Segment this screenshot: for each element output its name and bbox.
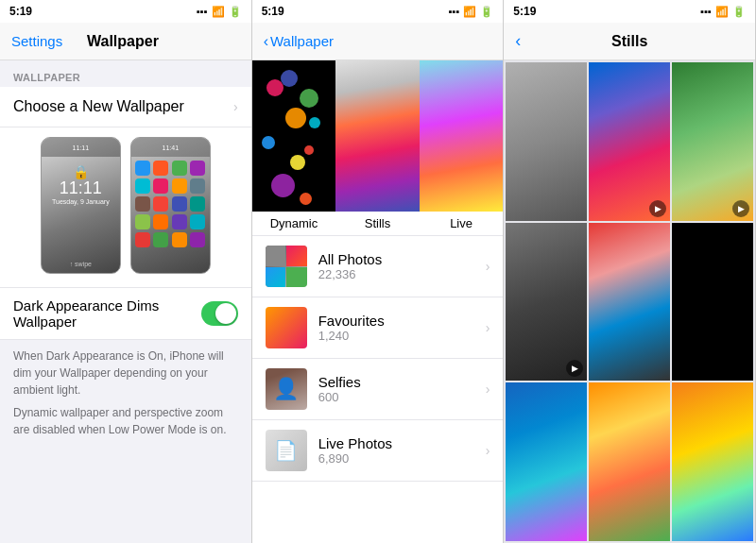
album-count-live: 6,890 <box>318 451 486 466</box>
nav-bar-1: Settings Wallpaper <box>0 23 251 60</box>
still-cell-9[interactable] <box>672 382 753 541</box>
live-category[interactable] <box>420 60 504 212</box>
info-text-area: When Dark Appearance is On, iPhone will … <box>0 340 251 451</box>
chevron-right-icon: › <box>233 99 238 114</box>
home-screen-preview[interactable]: 11:41 <box>130 137 211 274</box>
lock-icon: 🔒 <box>73 164 89 179</box>
album-name-all: All Photos <box>318 251 486 267</box>
time-3: 5:19 <box>513 5 536 18</box>
album-info-live: Live Photos 6,890 <box>318 435 486 466</box>
nav-title-3: Stills <box>515 33 744 50</box>
still-cell-4[interactable]: ▶ <box>506 223 587 382</box>
back-button-2[interactable]: ‹ Wallpaper <box>264 33 334 50</box>
album-info-all: All Photos 22,336 <box>318 251 486 281</box>
album-info-selfies: Selfies 600 <box>318 374 486 404</box>
battery-icon: 🔋 <box>229 6 242 18</box>
wifi-icon: 📶 <box>212 6 225 18</box>
info-text-1: When Dark Appearance is On, iPhone will … <box>13 348 238 399</box>
album-thumb-live: 📄 <box>266 430 307 471</box>
still-badge-3: ▶ <box>732 200 749 217</box>
still-cell-5[interactable] <box>589 223 670 382</box>
back-button-3[interactable]: ‹ <box>515 31 521 51</box>
album-count-selfies: 600 <box>318 390 486 404</box>
time-2: 5:19 <box>262 5 284 18</box>
stills-label[interactable]: Stills <box>335 212 420 235</box>
chevron-left-icon-3: ‹ <box>515 31 521 51</box>
still-cell-8[interactable] <box>589 382 670 541</box>
wifi-icon-2: 📶 <box>463 6 476 18</box>
still-badge-4: ▶ <box>566 360 583 377</box>
album-name-selfies: Selfies <box>318 374 486 390</box>
nav-bar-3: ‹ Stills <box>504 23 755 60</box>
status-icons-3: ▪▪▪ 📶 🔋 <box>700 6 746 18</box>
lock-screen-preview[interactable]: 11:11 🔒 11:11 Tuesday, 9 January ↑ swipe <box>41 137 121 274</box>
signal-icon-3: ▪▪▪ <box>700 6 712 17</box>
phone-top-bar-home: 11:41 <box>131 138 210 157</box>
chevron-live: › <box>486 443 490 458</box>
dark-appearance-row[interactable]: Dark Appearance Dims Wallpaper <box>0 288 251 340</box>
album-name-live: Live Photos <box>318 435 486 451</box>
choose-wallpaper-row[interactable]: Choose a New Wallpaper › <box>0 87 251 127</box>
album-row-selfies[interactable]: 👤 Selfies 600 › <box>252 359 504 420</box>
back-button-1[interactable]: Settings <box>11 33 62 49</box>
album-thumb-fav <box>266 307 307 348</box>
dynamic-thumb <box>252 60 336 212</box>
album-thumb-all <box>266 246 307 287</box>
wallpaper-preview-area: 11:11 🔒 11:11 Tuesday, 9 January ↑ swipe… <box>0 127 251 288</box>
chevron-left-icon-2: ‹ <box>264 33 268 50</box>
choose-wallpaper-label: Choose a New Wallpaper <box>13 98 184 115</box>
album-info-fav: Favourites 1,240 <box>318 313 486 343</box>
dark-appearance-toggle[interactable] <box>201 301 238 326</box>
panel-wallpaper-settings: 5:19 ▪▪▪ 📶 🔋 Settings Wallpaper WALLPAPE… <box>0 0 252 543</box>
stills-category[interactable] <box>335 60 420 212</box>
lock-date: Tuesday, 9 January <box>52 198 110 205</box>
dynamic-label[interactable]: Dynamic <box>252 212 336 235</box>
album-thumb-selfies: 👤 <box>266 368 307 410</box>
section-label-wallpaper: WALLPAPER <box>0 60 251 87</box>
dark-appearance-label: Dark Appearance Dims Wallpaper <box>13 297 201 330</box>
album-row-all[interactable]: All Photos 22,336 › <box>252 236 504 297</box>
still-cell-7[interactable] <box>506 382 587 541</box>
dynamic-category[interactable] <box>252 60 336 212</box>
toggle-knob <box>215 303 236 324</box>
stills-grid: ▶ ▶ ▶ <box>504 60 755 543</box>
status-bar-1: 5:19 ▪▪▪ 📶 🔋 <box>0 0 251 23</box>
still-cell-2[interactable]: ▶ <box>589 62 670 221</box>
panel-wallpaper-chooser: 5:19 ▪▪▪ 📶 🔋 ‹ Wallpaper <box>252 0 505 543</box>
live-label[interactable]: Live <box>420 212 504 235</box>
album-name-fav: Favourites <box>318 313 486 329</box>
still-cell-6[interactable] <box>672 223 753 382</box>
status-bar-3: 5:19 ▪▪▪ 📶 🔋 <box>504 0 755 23</box>
signal-icon: ▪▪▪ <box>197 6 208 17</box>
chevron-selfies: › <box>486 382 490 397</box>
lock-content: 🔒 11:11 Tuesday, 9 January <box>42 157 120 205</box>
back-label-2: Wallpaper <box>270 33 334 49</box>
panel-stills-gallery: 5:19 ▪▪▪ 📶 🔋 ‹ Stills ▶ ▶ ▶ <box>504 0 756 543</box>
phone-top-bar-lock: 11:11 <box>42 138 120 157</box>
home-icon-grid <box>131 157 210 251</box>
battery-icon-2: 🔋 <box>480 6 493 18</box>
category-labels: Dynamic Stills Live <box>252 212 504 236</box>
still-cell-1[interactable] <box>506 62 587 221</box>
chevron-fav: › <box>486 320 490 335</box>
status-icons-1: ▪▪▪ 📶 🔋 <box>197 6 242 18</box>
status-icons-2: ▪▪▪ 📶 🔋 <box>449 6 494 18</box>
wifi-icon-3: 📶 <box>715 6 729 18</box>
time-1: 5:19 <box>9 5 32 18</box>
status-bar-2: 5:19 ▪▪▪ 📶 🔋 <box>252 0 504 23</box>
info-text-2: Dynamic wallpaper and perspective zoom a… <box>13 404 238 438</box>
stills-thumb <box>335 60 420 212</box>
lock-time: 11:11 <box>60 179 102 198</box>
album-count-all: 22,336 <box>318 267 486 281</box>
battery-icon-3: 🔋 <box>732 6 746 18</box>
nav-title-1: Wallpaper <box>62 33 182 50</box>
album-row-fav[interactable]: Favourites 1,240 › <box>252 297 504 359</box>
album-count-fav: 1,240 <box>318 329 486 343</box>
nav-bar-2: ‹ Wallpaper <box>252 23 504 60</box>
lock-bottom: ↑ swipe <box>42 261 120 267</box>
chevron-all: › <box>486 259 490 274</box>
live-thumb <box>420 60 504 212</box>
still-cell-3[interactable]: ▶ <box>672 62 753 221</box>
category-grid <box>252 60 504 212</box>
album-row-live[interactable]: 📄 Live Photos 6,890 › <box>252 420 504 482</box>
